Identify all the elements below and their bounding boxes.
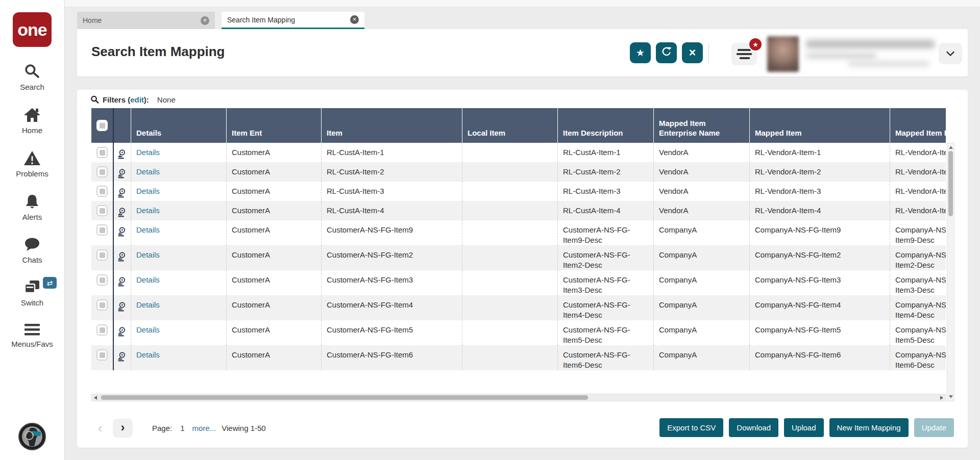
details-link[interactable]: Details [136, 187, 160, 195]
vertical-scrollbar[interactable] [947, 143, 954, 401]
user-avatar[interactable] [767, 36, 799, 72]
tab-close-icon[interactable]: × [350, 15, 359, 24]
mapped-item-enterprise-cell: VendorA [654, 143, 750, 162]
mapped-item-desc-cell: RL-VendorA-Item-4 [890, 201, 946, 220]
pagination: ‹ › Page: 1 more... Viewing 1-50 [91, 418, 266, 438]
row-checkbox[interactable] [96, 274, 108, 286]
details-link[interactable]: Details [136, 300, 160, 309]
details-link[interactable]: Details [136, 325, 160, 334]
column-header-item[interactable]: Item [322, 108, 462, 143]
column-header-details[interactable]: Details [131, 108, 227, 143]
row-icon-cell [114, 270, 131, 295]
sidebar-item-alerts[interactable]: Alerts [22, 194, 42, 221]
menus-icon [23, 323, 41, 338]
details-link[interactable]: Details [136, 250, 160, 259]
upload-button[interactable]: Upload [784, 418, 824, 437]
horizontal-scrollbar-thumb[interactable] [101, 395, 588, 400]
item-description-cell: CustomerA-NS-FG-Item6-Desc [558, 345, 654, 370]
row-checkbox-cell [91, 295, 114, 320]
filters-edit-link[interactable]: edit [130, 95, 144, 104]
item-pin-icon [117, 279, 126, 288]
details-link[interactable]: Details [136, 206, 160, 215]
item-description-cell: CustomerA-NS-FG-Item3-Desc [558, 270, 654, 295]
favorite-button[interactable]: ★ [630, 42, 651, 63]
sidebar-item-menus-favs[interactable]: Menus/Favs [11, 323, 53, 348]
local-item-cell [462, 162, 558, 182]
vertical-scrollbar-thumb[interactable] [948, 151, 953, 216]
page-title: Search Item Mapping [91, 44, 225, 60]
sidebar-item-problems[interactable]: Problems [16, 150, 48, 178]
sidebar-item-switch[interactable]: ⇄ Switch [21, 280, 43, 307]
table-row: Details CustomerA CustomerA-NS-FG-Item4 … [91, 295, 946, 320]
mapped-item-enterprise-cell: CompanyA [654, 245, 750, 270]
row-checkbox[interactable] [96, 147, 108, 158]
details-link[interactable]: Details [136, 148, 160, 157]
row-checkbox[interactable] [96, 166, 108, 177]
row-checkbox[interactable] [96, 299, 108, 311]
viewing-range: Viewing 1-50 [222, 424, 265, 432]
switch-icon [24, 280, 40, 297]
page-label: Page: [152, 424, 172, 432]
user-role-redacted [806, 53, 876, 59]
row-checkbox[interactable] [96, 186, 108, 197]
row-checkbox[interactable] [96, 249, 108, 261]
more-pages-link[interactable]: more... [192, 424, 216, 432]
refresh-button[interactable] [656, 42, 677, 63]
sidebar-item-home[interactable]: Home [22, 107, 42, 135]
export-to-csv-button[interactable]: Export to CSV [659, 418, 723, 437]
row-checkbox-cell [91, 345, 114, 370]
column-header-local-item[interactable]: Local Item [462, 108, 558, 143]
item-description-cell: CustomerA-NS-FG-Item5-Desc [558, 320, 654, 345]
details-link[interactable]: Details [136, 275, 160, 284]
select-all-checkbox[interactable] [96, 120, 108, 131]
row-checkbox-cell [91, 320, 114, 345]
column-header-mapped-item-desc[interactable]: Mapped Item Desc [890, 108, 946, 143]
scroll-left-arrow-icon[interactable] [94, 396, 97, 400]
scroll-down-arrow-icon[interactable] [949, 395, 953, 398]
next-page-button[interactable]: › [113, 419, 133, 438]
scroll-up-arrow-icon[interactable] [949, 146, 953, 149]
sidebar-item-chats[interactable]: Chats [22, 237, 42, 264]
mapped-item-enterprise-cell: CompanyA [654, 270, 750, 295]
mapped-item-cell: CompanyA-NS-FG-Item5 [750, 320, 890, 345]
switch-arrows-badge[interactable]: ⇄ [43, 277, 57, 289]
new-item-mapping-button[interactable]: New Item Mapping [829, 418, 909, 437]
update-button[interactable]: Update [914, 418, 954, 437]
row-icon-cell [114, 182, 131, 201]
filters-value: None [157, 95, 176, 104]
item-pin-icon [117, 229, 126, 238]
row-icon-cell [114, 201, 131, 220]
mapped-item-cell: CompanyA-NS-FG-Item9 [750, 220, 890, 245]
row-checkbox[interactable] [96, 205, 108, 216]
scroll-right-arrow-icon[interactable] [940, 396, 943, 400]
column-header-item-ent[interactable]: Item Ent [227, 108, 322, 143]
item-ent-cell: CustomerA [227, 345, 322, 370]
row-icon-cell [114, 295, 131, 320]
one-logo[interactable]: one [13, 12, 52, 47]
user-dropdown-button[interactable] [939, 43, 962, 64]
mapped-item-cell: CompanyA-NS-FG-Item3 [750, 270, 890, 295]
horizontal-scrollbar[interactable] [91, 394, 946, 401]
row-checkbox[interactable] [96, 324, 108, 336]
table-row: Details CustomerA RL-CustA-Item-1 RL-Cus… [91, 143, 946, 162]
user-menu-button[interactable]: ★ [731, 43, 757, 65]
details-link[interactable]: Details [136, 167, 160, 176]
item-description-cell: RL-CustA-Item-3 [558, 182, 654, 201]
row-checkbox[interactable] [96, 224, 108, 236]
details-link[interactable]: Details [136, 350, 160, 359]
column-header-item-description[interactable]: Item Description [558, 108, 654, 143]
column-header-mapped-item-enterprise-name[interactable]: Mapped Item Enterprise Name [654, 108, 750, 143]
neo-assistant-avatar[interactable] [18, 422, 46, 453]
details-link[interactable]: Details [136, 225, 160, 234]
row-checkbox[interactable] [96, 349, 108, 361]
close-screen-button[interactable]: × [682, 42, 703, 63]
tab-close-icon[interactable]: × [201, 16, 209, 25]
tab-search-item-mapping[interactable]: Search Item Mapping × [222, 12, 364, 29]
download-button[interactable]: Download [729, 418, 778, 437]
row-checkbox-cell [91, 220, 114, 245]
sidebar-item-search[interactable]: Search [20, 63, 44, 91]
column-header-mapped-item[interactable]: Mapped Item [750, 108, 890, 143]
local-item-cell [462, 270, 558, 295]
previous-page-button[interactable]: ‹ [91, 420, 109, 436]
tab-home[interactable]: Home × [77, 12, 215, 29]
